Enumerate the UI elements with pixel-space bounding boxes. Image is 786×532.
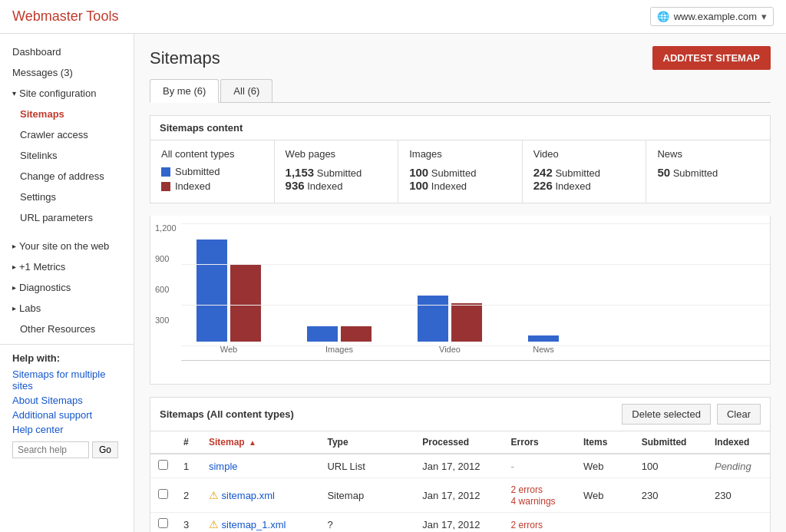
sidebar-item-site-configuration[interactable]: ▾ Site configuration: [0, 83, 134, 104]
site-selector[interactable]: 🌐 www.example.com ▾: [650, 7, 774, 26]
app-title: Webmaster Tools: [12, 8, 118, 25]
row1-type: URL List: [319, 454, 414, 478]
chart-gridlines: [181, 223, 770, 346]
clear-button[interactable]: Clear: [717, 404, 761, 425]
row2-submitted: 230: [634, 478, 707, 513]
toggle-arrow-plus1-icon: ▸: [12, 263, 16, 271]
row2-sitemap-link[interactable]: sitemap.xml: [222, 490, 275, 501]
th-items: Items: [576, 431, 634, 454]
th-sitemap[interactable]: Sitemap ▲: [201, 431, 319, 454]
submitted-legend-label: Submitted: [175, 166, 220, 177]
row3-processed: Jan 17, 2012: [414, 513, 503, 533]
row3-checkbox[interactable]: [158, 518, 168, 528]
sidebar-item-plus1-metrics[interactable]: ▸ +1 Metrics: [0, 256, 134, 277]
sidebar-item-other-resources[interactable]: Other Resources: [0, 319, 134, 339]
col-news-title: News: [657, 148, 759, 160]
sidebar-item-sitemaps[interactable]: Sitemaps: [0, 104, 134, 124]
tabs: By me (6) All (6): [150, 79, 771, 103]
sidebar-item-crawler-access[interactable]: Crawler access: [0, 124, 134, 145]
table-row: 1 simple URL List Jan 17, 2012 - Web 100…: [150, 454, 770, 478]
sitemaps-table: # Sitemap ▲ Type Processed Errors Items …: [150, 431, 770, 532]
row1-items: Web: [576, 454, 634, 478]
images-submitted-stat: 100 Submitted: [409, 166, 511, 179]
images-indexed-stat: 100 Indexed: [409, 179, 511, 192]
help-link-additional-support[interactable]: Additional support: [12, 409, 121, 421]
video-indexed-stat: 226 Indexed: [533, 179, 636, 192]
help-link-sitemaps-multiple[interactable]: Sitemaps for multiple sites: [12, 368, 121, 392]
row2-type: Sitemap: [319, 478, 414, 513]
row2-errors-link[interactable]: 2 errors4 warnings: [511, 484, 556, 507]
web-indexed-stat: 936 Indexed: [286, 179, 388, 192]
labs-label: Labs: [19, 302, 41, 314]
page-title: Sitemaps: [150, 48, 220, 68]
submitted-legend-icon: [161, 167, 170, 177]
warn-icon2: ⚠: [209, 518, 219, 530]
main-content: Sitemaps ADD/TEST SITEMAP By me (6) All …: [134, 34, 786, 532]
row1-checkbox[interactable]: [158, 460, 168, 470]
chevron-down-icon: ▾: [761, 11, 767, 22]
col-all-types: All content types Submitted Indexed: [150, 140, 275, 203]
table-row: 2 ⚠ sitemap.xml Sitemap Jan 17, 2012 2 e…: [150, 478, 770, 513]
col-images: Images 100 Submitted 100 Indexed: [398, 140, 523, 203]
indexed-legend-label: Indexed: [175, 180, 210, 192]
delete-selected-button[interactable]: Delete selected: [622, 404, 711, 425]
video-submitted-stat: 242 Submitted: [533, 166, 636, 179]
sitemaps-content-title: Sitemaps content: [150, 116, 770, 140]
help-label: Help with:: [12, 352, 121, 364]
sidebar-item-messages[interactable]: Messages (3): [0, 62, 134, 83]
sidebar-item-diagnostics[interactable]: ▸ Diagnostics: [0, 277, 134, 298]
row3-sitemap-link[interactable]: sitemap_1.xml: [222, 519, 286, 530]
row1-processed: Jan 17, 2012: [414, 454, 503, 478]
col-images-title: Images: [409, 148, 511, 160]
help-section: Help with: Sitemaps for multiple sites A…: [0, 344, 134, 466]
sidebar-item-change-of-address[interactable]: Change of address: [0, 166, 134, 187]
row2-errors: 2 errors4 warnings: [504, 478, 576, 513]
tab-by-me[interactable]: By me (6): [150, 79, 219, 103]
row1-errors: -: [504, 454, 576, 478]
table-section: Sitemaps (All content types) Delete sele…: [150, 397, 771, 532]
sidebar-item-url-parameters[interactable]: URL parameters: [0, 207, 134, 228]
sidebar: Dashboard Messages (3) ▾ Site configurat…: [0, 34, 134, 532]
row3-errors: 2 errors: [504, 513, 576, 533]
table-header-row: Sitemaps (All content types) Delete sele…: [150, 398, 770, 431]
help-link-about-sitemaps[interactable]: About Sitemaps: [12, 395, 121, 406]
row2-checkbox[interactable]: [158, 489, 168, 499]
y-axis: 1,200 900 600 300: [150, 223, 181, 346]
sitemaps-content-box: Sitemaps content All content types Submi…: [150, 115, 771, 203]
row3-num: 3: [176, 513, 201, 533]
row2-processed: Jan 17, 2012: [414, 478, 503, 513]
col-all-title: All content types: [161, 148, 263, 160]
col-web-title: Web pages: [286, 148, 388, 160]
row3-submitted: [634, 513, 707, 533]
sidebar-item-labs[interactable]: ▸ Labs: [0, 298, 134, 319]
sort-arrow-icon: ▲: [249, 438, 256, 447]
th-errors: Errors: [504, 431, 576, 454]
row3-errors-link[interactable]: 2 errors: [511, 520, 543, 530]
th-type: Type: [319, 431, 414, 454]
sidebar-item-your-site[interactable]: ▸ Your site on the web: [0, 236, 134, 256]
globe-icon: 🌐: [657, 11, 669, 22]
search-go-button[interactable]: Go: [92, 441, 118, 458]
toggle-arrow-icon: ▾: [12, 89, 16, 97]
table-actions: Delete selected Clear: [622, 404, 761, 425]
header: Webmaster Tools 🌐 www.example.com ▾: [0, 0, 786, 34]
search-input[interactable]: [12, 441, 89, 458]
toggle-arrow-labs-icon: ▸: [12, 304, 16, 312]
your-site-label: Your site on the web: [19, 240, 109, 252]
col-web-pages: Web pages 1,153 Submitted 936 Indexed: [275, 140, 399, 203]
site-config-label: Site configuration: [19, 88, 96, 99]
add-test-sitemap-button[interactable]: ADD/TEST SITEMAP: [652, 46, 771, 70]
plus1-label: +1 Metrics: [19, 261, 65, 273]
help-link-help-center[interactable]: Help center: [12, 424, 121, 435]
col-video: Video 242 Submitted 226 Indexed: [523, 140, 647, 203]
tab-all[interactable]: All (6): [220, 79, 272, 102]
row1-sitemap-link[interactable]: simple: [209, 461, 238, 472]
layout: Dashboard Messages (3) ▾ Site configurat…: [0, 34, 786, 532]
row3-items: [576, 513, 634, 533]
row1-indexed: Pending: [707, 454, 770, 478]
sidebar-item-settings[interactable]: Settings: [0, 187, 134, 207]
sidebar-item-dashboard[interactable]: Dashboard: [0, 41, 134, 62]
table-title: Sitemaps (All content types): [160, 408, 294, 420]
page-title-row: Sitemaps ADD/TEST SITEMAP: [150, 46, 771, 70]
sidebar-item-sitelinks[interactable]: Sitelinks: [0, 145, 134, 166]
